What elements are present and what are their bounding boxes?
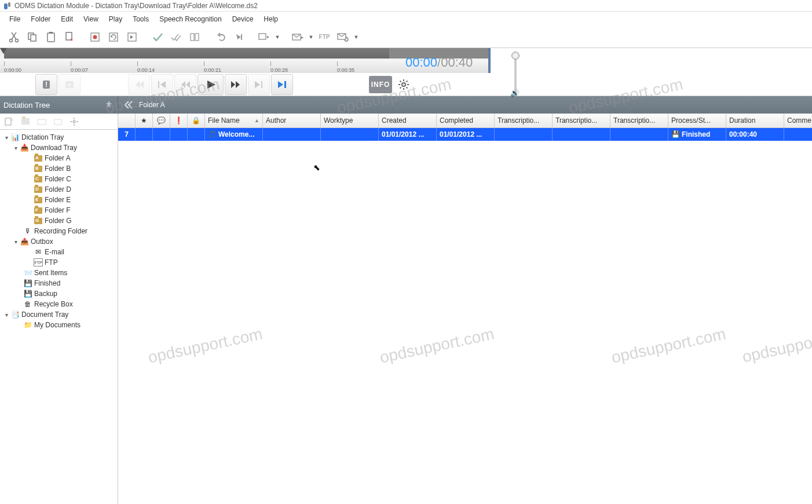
pin-icon[interactable] <box>105 100 114 109</box>
tree-node-folder-b[interactable]: BFolder B <box>0 163 118 174</box>
email-dropdown[interactable]: ▼ <box>308 34 314 40</box>
tree-node-folder-d[interactable]: DFolder D <box>0 184 118 195</box>
cut-button[interactable] <box>6 29 22 45</box>
status-finished-icon: 💾 <box>671 130 680 138</box>
record-button[interactable] <box>87 29 103 45</box>
email-button[interactable] <box>290 29 306 45</box>
col-transcription1[interactable]: Transcriptio... <box>495 114 553 127</box>
volume-thumb[interactable] <box>511 52 520 60</box>
tree-node-backup[interactable]: 💾Backup <box>0 288 118 299</box>
tree-refresh-button[interactable] <box>35 115 49 128</box>
send-to-button[interactable] <box>256 29 272 45</box>
cell-worktype <box>321 128 379 141</box>
paste-button[interactable] <box>43 29 59 45</box>
col-completed[interactable]: Completed <box>437 114 495 127</box>
cell-trans2 <box>553 128 610 141</box>
send-to-dropdown[interactable]: ▼ <box>275 34 280 40</box>
skip-end-button[interactable] <box>271 74 293 95</box>
rewind-button[interactable] <box>174 74 196 95</box>
tree-node-outbox[interactable]: ▾📤Outbox <box>0 236 118 247</box>
app-icon <box>3 1 12 10</box>
copy-button[interactable] <box>24 29 41 45</box>
cell-comments <box>784 128 812 141</box>
redo-record-button[interactable] <box>105 29 122 45</box>
prev-index-button[interactable] <box>128 74 150 95</box>
play-marker-button[interactable] <box>58 74 81 95</box>
tree-node-folder-g[interactable]: GFolder G <box>0 216 118 226</box>
volume-slider[interactable]: 🔊 <box>507 52 524 98</box>
tree-node-folder-e[interactable]: EFolder E <box>0 195 118 205</box>
settings-button[interactable] <box>393 74 415 95</box>
menu-help[interactable]: Help <box>259 13 283 25</box>
menu-speech-recognition[interactable]: Speech Recognition <box>155 13 226 25</box>
menu-edit[interactable]: Edit <box>56 13 78 25</box>
undo-button[interactable] <box>212 29 228 45</box>
tree-node-finished[interactable]: 💾Finished <box>0 278 118 288</box>
menu-tools[interactable]: Tools <box>128 13 153 25</box>
important-button[interactable]: ! <box>35 74 57 95</box>
finished-icon: 💾 <box>23 279 32 287</box>
file-row[interactable]: 7 🎵Welcome... 01/01/2012 ... 01/01/2012 … <box>118 128 812 141</box>
col-transcription3[interactable]: Transcriptio... <box>610 114 668 127</box>
col-transcription2[interactable]: Transcriptio... <box>553 114 610 127</box>
tree-node-download-tray[interactable]: ▾📥Download Tray <box>0 143 118 153</box>
tree-node-recording[interactable]: 🎙Recording Folder <box>0 226 118 236</box>
forward-record-button[interactable] <box>124 29 140 45</box>
skip-back-button[interactable] <box>151 74 173 95</box>
col-process-status[interactable]: Process/St... <box>668 114 726 127</box>
tree-node-folder-f[interactable]: FFolder F <box>0 205 118 216</box>
tree-settings-button[interactable] <box>67 115 81 128</box>
priority-icon: ❗ <box>174 116 183 125</box>
col-priority[interactable]: ❗ <box>170 114 188 127</box>
col-star[interactable]: ★ <box>136 114 153 127</box>
col-comment[interactable]: 💬 <box>153 114 170 127</box>
col-created[interactable]: Created <box>379 114 437 127</box>
ftp-button[interactable]: FTP <box>316 29 332 45</box>
sync-mail-button[interactable] <box>335 29 351 45</box>
tree-node-ftp[interactable]: FTPFTP <box>0 257 118 268</box>
tree-node-dictation-tray[interactable]: ▾📊Dictation Tray <box>0 132 118 143</box>
col-comments[interactable]: Comme <box>784 114 812 127</box>
col-filename[interactable]: File Name▲ <box>205 114 263 127</box>
star-icon: ★ <box>141 116 147 125</box>
info-button[interactable]: INFO <box>369 76 392 93</box>
tree-node-folder-c[interactable]: CFolder C <box>0 174 118 184</box>
svg-rect-6 <box>47 33 54 42</box>
tree-folder-button[interactable] <box>19 115 32 128</box>
tree-node-recycle[interactable]: 🗑Recycle Box <box>0 299 118 309</box>
col-duration[interactable]: Duration <box>726 114 784 127</box>
cell-created: 01/01/2012 ... <box>379 128 437 141</box>
fast-forward-button[interactable] <box>225 74 247 95</box>
play-button[interactable] <box>197 74 224 95</box>
double-check-button[interactable] <box>168 29 184 45</box>
svg-point-23 <box>402 83 405 86</box>
menu-play[interactable]: Play <box>104 13 127 25</box>
tree-node-sent[interactable]: 📨Sent Items <box>0 268 118 278</box>
playhead-icon[interactable] <box>0 48 7 54</box>
menu-folder[interactable]: Folder <box>26 13 55 25</box>
play-small-button[interactable] <box>231 29 247 45</box>
menu-view[interactable]: View <box>79 13 103 25</box>
book-button[interactable] <box>186 29 203 45</box>
menu-file[interactable]: File <box>5 13 25 25</box>
tree-node-document-tray[interactable]: ▾📑Document Tray <box>0 309 118 320</box>
tree-node-email[interactable]: ✉E-mail <box>0 247 118 257</box>
col-author[interactable]: Author <box>263 114 321 127</box>
tree-props-button[interactable] <box>51 115 65 128</box>
doc-tray-icon: 📑 <box>10 311 20 319</box>
tree-node-folder-a[interactable]: AFolder A <box>0 153 118 163</box>
mail-icon: ✉ <box>34 248 43 256</box>
col-worktype[interactable]: Worktype <box>321 114 379 127</box>
delete-button[interactable] <box>61 29 78 45</box>
menu-device[interactable]: Device <box>228 13 258 25</box>
check-button[interactable] <box>149 29 166 45</box>
col-lock[interactable]: 🔒 <box>188 114 205 127</box>
svg-rect-11 <box>109 33 118 41</box>
sync-dropdown[interactable]: ▼ <box>353 34 359 40</box>
col-blank[interactable] <box>118 114 136 127</box>
tick-label: 0:00:07 <box>71 67 88 73</box>
tree-node-my-documents[interactable]: 📁My Documents <box>0 320 118 330</box>
skip-forward-button[interactable] <box>248 74 270 95</box>
tree-new-button[interactable] <box>2 115 16 128</box>
breadcrumb-back-icon[interactable] <box>123 99 134 111</box>
